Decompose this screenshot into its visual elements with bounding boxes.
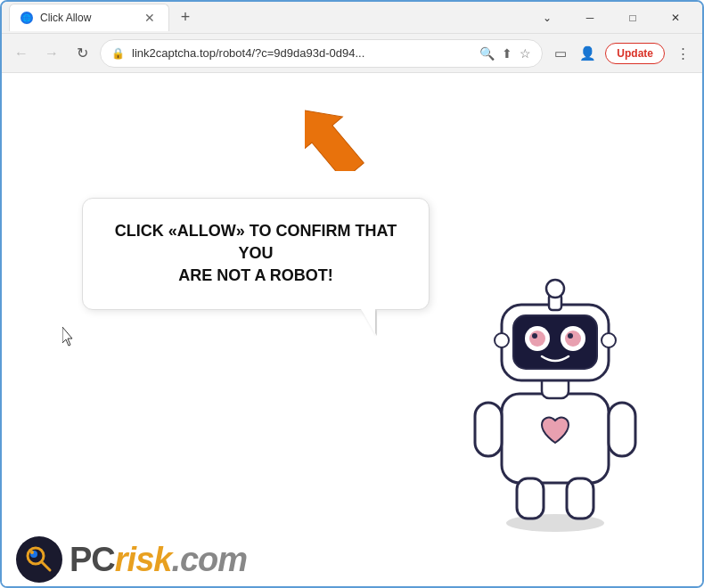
speech-bubble: CLICK «ALLOW» TO CONFIRM THAT YOU ARE NO…	[82, 198, 430, 310]
tab-close-button[interactable]: ✕	[142, 10, 158, 26]
url-text: link2captcha.top/robot4/?c=9d9da93d-0d94…	[132, 46, 472, 60]
svg-point-10	[546, 280, 564, 298]
svg-rect-4	[609, 403, 635, 456]
menu-button[interactable]: ⋮	[670, 41, 695, 66]
maximize-button[interactable]: □	[613, 2, 652, 34]
page-content: CLICK «ALLOW» TO CONFIRM THAT YOU ARE NO…	[2, 73, 702, 588]
pcrisk-watermark: PCrisk.com	[2, 529, 261, 588]
minimize-button[interactable]: ─	[570, 2, 610, 34]
pcrisk-logo	[16, 536, 62, 583]
profile-button[interactable]: 👤	[575, 41, 600, 66]
tab-favicon: 🌐	[20, 12, 33, 24]
pcrisk-pc-text: PC	[70, 541, 115, 578]
url-box[interactable]: 🔒 link2captcha.top/robot4/?c=9d9da93d-0d…	[100, 39, 543, 68]
lock-icon: 🔒	[111, 47, 125, 60]
pcrisk-risk-text: risk	[115, 541, 172, 578]
svg-point-18	[495, 333, 509, 347]
toolbar-icons: ▭ 👤 Update ⋮	[548, 41, 695, 66]
share-icon[interactable]: ⬆	[502, 46, 512, 61]
window-close-button[interactable]: ✕	[656, 2, 695, 34]
url-icons: 🔍 ⬆ ☆	[479, 46, 531, 61]
window-settings-button[interactable]: ⌄	[528, 2, 567, 34]
pcrisk-domain-text: .com	[171, 541, 247, 578]
search-icon[interactable]: 🔍	[479, 46, 495, 61]
svg-point-16	[565, 331, 581, 347]
svg-rect-6	[567, 478, 593, 519]
svg-point-14	[532, 333, 537, 339]
svg-point-17	[568, 333, 573, 339]
update-button[interactable]: Update	[605, 43, 665, 64]
mouse-cursor	[62, 327, 73, 343]
svg-marker-0	[305, 93, 374, 171]
address-bar: ← → ↻ 🔒 link2captcha.top/robot4/?c=9d9da…	[2, 34, 702, 73]
robot-illustration	[453, 251, 658, 536]
back-button[interactable]: ←	[9, 41, 34, 66]
svg-rect-3	[475, 403, 502, 456]
svg-point-19	[602, 333, 616, 347]
browser-tab[interactable]: 🌐 Click Allow ✕	[9, 4, 169, 31]
tab-title: Click Allow	[40, 12, 91, 24]
forward-button[interactable]: →	[39, 41, 64, 66]
bookmark-icon[interactable]: ☆	[520, 46, 531, 61]
refresh-button[interactable]: ↻	[70, 41, 94, 66]
bubble-text: CLICK «ALLOW» TO CONFIRM THAT YOU ARE NO…	[110, 220, 402, 288]
extensions-button[interactable]: ▭	[548, 41, 573, 66]
tab-area: 🌐 Click Allow ✕ +	[9, 4, 528, 31]
svg-line-23	[42, 562, 50, 570]
svg-point-13	[529, 331, 545, 347]
svg-point-22	[30, 551, 34, 554]
svg-rect-5	[517, 478, 544, 519]
title-bar: 🌐 Click Allow ✕ + ⌄ ─ □ ✕	[2, 2, 702, 34]
new-tab-button[interactable]: +	[173, 5, 198, 30]
pcrisk-text-label: PCrisk.com	[70, 541, 247, 579]
window-controls: ⌄ ─ □ ✕	[528, 2, 695, 34]
